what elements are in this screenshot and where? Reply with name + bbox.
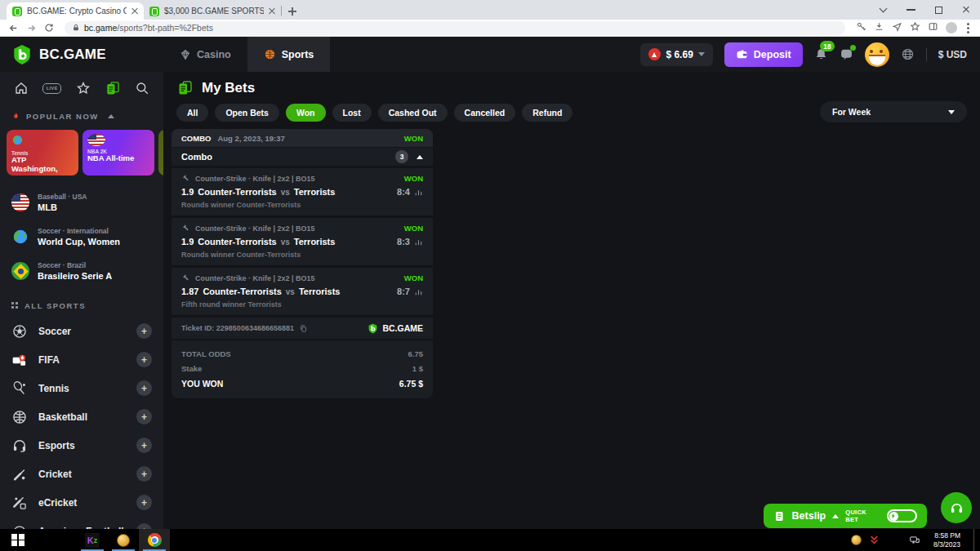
filter-all[interactable]: All bbox=[176, 104, 208, 122]
popular-card-nba2k[interactable]: NBA 2K NBA All-time bbox=[82, 130, 154, 176]
search-icon[interactable] bbox=[134, 80, 150, 96]
forward-icon[interactable] bbox=[26, 23, 37, 33]
taskbar-app-chrome[interactable] bbox=[139, 529, 170, 551]
browser-tab-active[interactable]: BC.GAME: Crypto Casino Games bbox=[7, 2, 144, 20]
add-button[interactable]: + bbox=[136, 409, 152, 424]
bet-card: COMBO Aug 2, 2023, 19:37 WON Combo 3 Cou… bbox=[172, 129, 433, 398]
filter-won[interactable]: Won bbox=[286, 104, 326, 122]
favorites-star-icon[interactable] bbox=[75, 80, 91, 96]
nav-sports[interactable]: Sports bbox=[247, 37, 331, 72]
stake-label: Stake bbox=[181, 364, 202, 373]
add-button[interactable]: + bbox=[136, 495, 152, 510]
start-button[interactable] bbox=[0, 529, 36, 551]
share-icon[interactable] bbox=[892, 20, 902, 35]
quick-bet-toggle[interactable] bbox=[887, 509, 917, 522]
copy-icon[interactable] bbox=[299, 324, 308, 333]
new-tab-button[interactable] bbox=[288, 7, 296, 16]
popular-item-mlb[interactable]: Baseball · USAMLB bbox=[0, 185, 163, 220]
filter-cashed-out[interactable]: Cashed Out bbox=[378, 104, 448, 122]
sidebar-item-soccer[interactable]: Soccer + bbox=[0, 317, 163, 345]
leg-league: Counter-Strike · Knife | 2x2 | BO15 bbox=[195, 175, 315, 183]
lightning-icon bbox=[890, 513, 897, 519]
filter-refund[interactable]: Refund bbox=[522, 104, 572, 122]
url-domain: bc.game bbox=[84, 23, 117, 33]
taskbar-app-coin[interactable] bbox=[108, 529, 139, 551]
main-content: My Bets All Open Bets Won Lost Cashed Ou… bbox=[163, 72, 980, 529]
add-button[interactable]: + bbox=[136, 523, 152, 529]
team1: Counter-Terrorists bbox=[198, 187, 276, 197]
tab-close-icon[interactable] bbox=[131, 8, 138, 15]
popular-item-worldcup[interactable]: Soccer · InternationalWorld Cup, Women bbox=[0, 220, 163, 254]
nav-casino[interactable]: Casino bbox=[163, 37, 247, 72]
close-button[interactable] bbox=[952, 0, 980, 20]
notifications-bell-icon[interactable]: 18 bbox=[814, 47, 828, 61]
deposit-button[interactable]: Deposit bbox=[724, 42, 803, 67]
sidebar-item-cricket[interactable]: Cricket + bbox=[0, 460, 163, 488]
popular-item-brasileiro[interactable]: Soccer · BrazilBrasileiro Serie A bbox=[0, 254, 163, 288]
live-icon[interactable]: LIVE bbox=[42, 83, 61, 94]
betslip-bar[interactable]: Betslip QUICK BET bbox=[764, 504, 927, 528]
sidebar-item-ecricket[interactable]: eCricket + bbox=[0, 488, 163, 517]
leg-market: Rounds winner Counter-Terrorists bbox=[181, 251, 423, 259]
popular-now-header[interactable]: POPULAR NOW bbox=[0, 101, 163, 128]
add-button[interactable]: + bbox=[136, 380, 152, 396]
combo-toggle-row[interactable]: Combo 3 bbox=[172, 148, 433, 166]
bcgame-logo[interactable]: BC.GAME bbox=[0, 44, 163, 65]
lock-icon bbox=[72, 24, 80, 32]
show-desktop-button[interactable] bbox=[973, 529, 977, 551]
filter-open-bets[interactable]: Open Bets bbox=[215, 104, 279, 122]
reload-icon[interactable] bbox=[44, 23, 54, 33]
user-avatar[interactable] bbox=[865, 42, 889, 67]
my-bets-icon[interactable] bbox=[105, 80, 121, 96]
tray-coin-icon[interactable] bbox=[851, 535, 862, 545]
leg-market: Fifth round winner Terrorists bbox=[181, 300, 423, 309]
tab-search-button[interactable] bbox=[869, 0, 897, 20]
stats-icon[interactable] bbox=[414, 238, 423, 247]
home-icon[interactable] bbox=[13, 80, 29, 96]
currency-selector[interactable]: $ USD bbox=[938, 49, 967, 60]
side-panel-icon[interactable] bbox=[928, 20, 938, 35]
minimize-button[interactable] bbox=[897, 0, 924, 20]
sidebar-item-fifa[interactable]: FIFA + bbox=[0, 345, 163, 374]
period-dropdown[interactable]: For Week bbox=[820, 101, 967, 122]
taskbar-app-kz[interactable]: Kz bbox=[77, 529, 108, 551]
sidebar-item-basketball[interactable]: Basketball + bbox=[0, 402, 163, 431]
add-button[interactable]: + bbox=[136, 466, 152, 482]
stats-icon[interactable] bbox=[414, 188, 423, 197]
casino-diamond-icon bbox=[180, 49, 191, 60]
bookmark-star-icon[interactable] bbox=[910, 20, 920, 35]
sidebar-item-esports[interactable]: Esports + bbox=[0, 431, 163, 460]
clock[interactable]: 8:58 PM 8/3/2023 bbox=[928, 531, 966, 549]
add-button[interactable]: + bbox=[136, 352, 152, 367]
back-icon[interactable] bbox=[8, 23, 19, 33]
chat-icon[interactable] bbox=[840, 47, 853, 61]
language-globe-icon[interactable] bbox=[901, 47, 915, 61]
restore-button[interactable] bbox=[924, 0, 952, 20]
download-icon[interactable] bbox=[874, 20, 884, 35]
tray-download-icon[interactable] bbox=[869, 535, 880, 545]
add-button[interactable]: + bbox=[136, 323, 152, 339]
address-bar[interactable]: bc.game/sports?bt-path=%2Fbets bbox=[65, 21, 845, 35]
browser-menu-icon[interactable] bbox=[967, 27, 969, 29]
popular-card-tennis[interactable]: Tennis ATP Washington, USA bbox=[7, 130, 78, 176]
add-button[interactable]: + bbox=[136, 438, 152, 453]
sidebar-item-tennis[interactable]: Tennis + bbox=[0, 374, 163, 402]
stats-icon[interactable] bbox=[414, 287, 423, 296]
browser-tab-inactive[interactable]: $3,000 BC.GAME SPORTS PARLA bbox=[144, 2, 281, 20]
avax-token-icon bbox=[648, 48, 661, 60]
filter-cancelled[interactable]: Cancelled bbox=[454, 104, 516, 122]
network-icon[interactable] bbox=[909, 535, 920, 546]
filter-lost[interactable]: Lost bbox=[332, 104, 372, 122]
balance-selector[interactable]: $ 6.69 bbox=[640, 43, 712, 66]
grid-icon bbox=[11, 302, 14, 304]
window-controls bbox=[869, 0, 980, 20]
tab-close-icon[interactable] bbox=[269, 8, 275, 15]
my-bets-icon bbox=[176, 79, 194, 96]
password-key-icon[interactable] bbox=[856, 20, 866, 35]
leg-league: Counter-Strike · Knife | 2x2 | BO15 bbox=[195, 274, 315, 282]
profile-avatar[interactable] bbox=[946, 22, 957, 33]
sidebar-item-american-football[interactable]: American Football + bbox=[0, 517, 163, 529]
globe-icon bbox=[11, 134, 24, 146]
leg-league: Counter-Strike · Knife | 2x2 | BO15 bbox=[195, 224, 315, 233]
support-button[interactable] bbox=[941, 492, 972, 523]
